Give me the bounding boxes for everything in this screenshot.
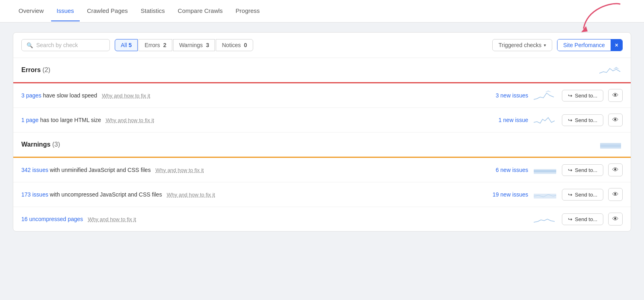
errors-title: Errors (2) xyxy=(21,66,50,74)
warning-3-sparkline xyxy=(533,213,557,226)
warning-3-send-button[interactable]: ↪ Send to... xyxy=(562,213,603,225)
nav-issues[interactable]: Issues xyxy=(51,1,80,21)
triggered-checks-button[interactable]: Triggered checks ▾ xyxy=(492,39,552,51)
error-1-text: 3 pages have slow load speed Why and how… xyxy=(21,92,475,99)
site-performance-close[interactable]: × xyxy=(611,39,622,51)
main-nav: Overview Issues Crawled Pages Statistics… xyxy=(0,0,644,23)
nav-progress[interactable]: Progress xyxy=(230,1,265,21)
error-2-eye-button[interactable]: 👁 xyxy=(608,114,623,126)
toolbar: 🔍 Search by check All5 Errors 2 Warnings… xyxy=(13,33,631,58)
filter-group: All5 Errors 2 Warnings 3 Notices 0 xyxy=(115,39,253,51)
warning-row-1: 342 issues with unminified JavaScript an… xyxy=(13,158,631,182)
warning-3-text: 16 uncompressed pages Why and how to fix… xyxy=(21,216,475,222)
warning-2-text: 173 issues with uncompressed JavaScript … xyxy=(21,191,475,198)
svg-rect-6 xyxy=(534,170,556,172)
eye-icon: 👁 xyxy=(612,191,619,198)
errors-section-header: Errors (2) xyxy=(13,58,631,82)
search-placeholder: Search by check xyxy=(36,42,78,48)
eye-icon: 👁 xyxy=(612,166,619,174)
filter-all[interactable]: All5 xyxy=(115,39,138,51)
svg-marker-1 xyxy=(613,67,619,69)
warning-1-send-button[interactable]: ↪ Send to... xyxy=(562,164,603,176)
share-icon: ↪ xyxy=(568,192,572,198)
search-box[interactable]: 🔍 Search by check xyxy=(21,39,110,51)
site-performance-label[interactable]: Site Perfomance xyxy=(557,39,611,51)
error-1-send-button[interactable]: ↪ Send to... xyxy=(562,90,603,101)
error-row-2: 1 page has too large HTML size Why and h… xyxy=(13,108,631,132)
filter-errors[interactable]: Errors 2 xyxy=(138,39,172,51)
warning-1-fix-link[interactable]: Why and how to fix it xyxy=(155,167,204,173)
warning-1-link[interactable]: 342 issues xyxy=(21,167,48,173)
eye-icon: 👁 xyxy=(612,116,619,124)
warning-3-fix-link[interactable]: Why and how to fix it xyxy=(88,216,136,222)
error-2-send-button[interactable]: ↪ Send to... xyxy=(562,114,603,126)
nav-statistics[interactable]: Statistics xyxy=(135,1,171,21)
warning-2-eye-button[interactable]: 👁 xyxy=(608,188,623,201)
site-performance-filter: Site Perfomance × xyxy=(557,39,623,51)
error-2-new-issues: 1 new issue xyxy=(480,117,528,123)
warning-3-link[interactable]: 16 uncompressed pages xyxy=(21,216,83,222)
triggered-checks-label: Triggered checks xyxy=(498,42,541,48)
warnings-section-header: Warnings (3) xyxy=(13,132,631,157)
error-1-sparkline xyxy=(533,89,557,102)
warning-row-2: 173 issues with uncompressed JavaScript … xyxy=(13,182,631,207)
share-icon: ↪ xyxy=(568,167,572,173)
nav-compare-crawls[interactable]: Compare Crawls xyxy=(172,1,229,21)
warning-1-new-issues: 6 new issues xyxy=(480,167,528,173)
nav-overview[interactable]: Overview xyxy=(13,1,50,21)
warnings-summary-sparkline xyxy=(599,138,623,151)
error-row-1: 3 pages have slow load speed Why and how… xyxy=(13,83,631,108)
svg-marker-2 xyxy=(545,91,551,92)
warning-2-new-issues: 19 new issues xyxy=(480,191,528,198)
warning-1-sparkline xyxy=(533,163,557,176)
warning-2-link[interactable]: 173 issues xyxy=(21,191,48,198)
filter-notices[interactable]: Notices 0 xyxy=(216,39,253,51)
error-1-link[interactable]: 3 pages xyxy=(21,92,41,99)
error-1-fix-link[interactable]: Why and how to fix it xyxy=(102,93,150,99)
warning-2-sparkline xyxy=(533,188,557,201)
error-1-eye-button[interactable]: 👁 xyxy=(608,89,623,102)
eye-icon: 👁 xyxy=(612,92,619,99)
issues-card: 🔍 Search by check All5 Errors 2 Warnings… xyxy=(13,32,631,232)
error-1-new-issues: 3 new issues xyxy=(480,92,528,99)
error-2-sparkline xyxy=(533,114,557,126)
error-2-fix-link[interactable]: Why and how to fix it xyxy=(106,117,154,123)
warning-1-text: 342 issues with unminified JavaScript an… xyxy=(21,167,475,173)
filter-warnings[interactable]: Warnings 3 xyxy=(173,39,215,51)
warning-2-fix-link[interactable]: Why and how to fix it xyxy=(167,192,215,198)
search-icon: 🔍 xyxy=(27,42,33,48)
errors-summary-sparkline xyxy=(599,64,623,77)
share-icon: ↪ xyxy=(568,117,572,123)
warning-2-send-button[interactable]: ↪ Send to... xyxy=(562,189,603,201)
svg-rect-4 xyxy=(600,145,621,147)
share-icon: ↪ xyxy=(568,93,572,99)
warning-1-eye-button[interactable]: 👁 xyxy=(608,163,623,176)
chevron-down-icon: ▾ xyxy=(544,43,546,48)
nav-crawled-pages[interactable]: Crawled Pages xyxy=(81,1,134,21)
eye-icon: 👁 xyxy=(612,215,619,223)
error-2-text: 1 page has too large HTML size Why and h… xyxy=(21,117,475,123)
warnings-title: Warnings (3) xyxy=(21,141,60,148)
error-2-link[interactable]: 1 page xyxy=(21,117,39,123)
share-icon: ↪ xyxy=(568,216,572,222)
warning-3-eye-button[interactable]: 👁 xyxy=(608,213,623,226)
warning-row-3: 16 uncompressed pages Why and how to fix… xyxy=(13,207,631,231)
